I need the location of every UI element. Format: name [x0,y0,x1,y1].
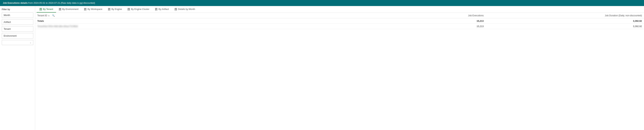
svg-rect-6 [41,10,42,10]
tab-by-engine[interactable]: By Engine [105,6,125,13]
svg-rect-41 [156,10,157,10]
svg-rect-45 [175,9,176,10]
sidebar: Filter by Month Artifact Tenant Environm… [0,6,35,130]
header-subtitle: (Raw daily data is not discounted) [61,2,95,4]
row-job-executions: 15,213 [476,25,484,28]
tab-by-artifact-label: By Artifact [158,8,169,11]
svg-rect-43 [175,9,176,9]
table-icon-by-engine [108,8,110,11]
table-icon-by-artifact [155,8,158,11]
svg-rect-32 [129,9,130,10]
svg-rect-38 [155,9,156,10]
table-row: Tenant/fact-001b-4fa8-afbe-d/bau/7313fbd… [35,24,644,29]
svg-rect-34 [129,10,130,10]
svg-rect-1 [40,9,40,9]
data-table: Tenant ID ▲ 🔍 Job Executions Job Duratio… [35,13,644,29]
svg-rect-44 [176,9,177,9]
totals-row: Totals 15,213 3,392.92 [35,18,644,24]
row-job-executions-cell: 15,213 [327,24,486,29]
svg-rect-2 [41,9,42,9]
tabs-bar: By Tenant By Environment [35,6,644,13]
col-header-job-duration: Job Duration (Daily, non-discounted) [486,13,644,18]
tab-details-by-month[interactable]: Details by Month [172,6,198,13]
totals-label: Totals [37,20,44,22]
svg-rect-29 [128,9,128,9]
col-header-tenant-id[interactable]: Tenant ID ▲ 🔍 [35,13,327,18]
row-tenant-id-cell: Tenant/fact-001b-4fa8-afbe-d/bau/7313fbd… [35,24,327,29]
svg-rect-3 [40,9,40,10]
svg-rect-13 [60,10,61,10]
svg-rect-40 [155,10,156,10]
svg-rect-46 [176,9,177,10]
totals-job-executions-cell: 15,213 [327,18,486,24]
svg-rect-35 [155,8,157,9]
table-header-row: Tenant ID ▲ 🔍 Job Executions Job Duratio… [35,13,644,18]
table-icon-by-environment [59,8,61,11]
row-job-duration-cell: 3,392.92 [486,24,644,29]
table-icon-by-workspace [84,8,86,11]
svg-rect-15 [84,9,85,9]
totals-job-duration-cell: 3,392.92 [486,18,644,24]
table-icon-details-by-month [174,8,177,11]
svg-rect-37 [156,9,157,9]
col-tenant-id-label: Tenant ID [37,14,47,17]
svg-rect-18 [86,9,86,10]
col-job-duration-label: Job Duration (Daily, non-discounted) [605,14,642,17]
svg-rect-0 [40,8,42,9]
blurred-tenant-id: Tenant/fact-001b-4fa8-afbe-d/bau/7313fbd… [37,25,78,28]
svg-rect-42 [175,8,177,9]
totals-job-duration: 3,392.92 [633,20,642,22]
header-bar: Job Executions details from 2024-05-01 t… [0,0,644,6]
svg-rect-30 [129,9,130,9]
tab-by-environment[interactable]: By Environment [56,6,81,13]
header-title-bold: Job Executions details [3,2,28,4]
header-title-rest: from 2024-05-01 to 2024-07-21. [28,2,61,4]
svg-rect-21 [108,8,110,9]
svg-rect-14 [84,8,86,9]
svg-rect-31 [128,9,128,10]
chevron-down-icon: ⌄ [30,41,31,44]
tab-by-tenant[interactable]: By Tenant [37,6,56,13]
svg-rect-22 [108,9,109,9]
filter-environment[interactable]: Environment [2,33,33,39]
tab-by-engine-label: By Engine [112,8,122,11]
filter-dropdown[interactable]: ⌄ [2,40,33,45]
svg-rect-26 [108,10,109,10]
svg-rect-8 [59,9,60,9]
filter-artifact[interactable]: Artifact [2,19,33,25]
svg-rect-39 [156,9,157,10]
totals-label-cell: Totals [35,18,327,24]
search-icon[interactable]: 🔍 [52,14,55,17]
tab-by-workspace-label: By Workspace [88,8,102,11]
svg-rect-4 [41,9,42,10]
svg-rect-19 [84,10,85,10]
svg-rect-36 [155,9,156,9]
tab-by-engine-cluster-label: By Engine Cluster [131,8,149,11]
svg-rect-5 [40,10,40,10]
svg-rect-23 [109,9,110,9]
tab-by-engine-cluster[interactable]: By Engine Cluster [125,6,152,13]
filter-month[interactable]: Month [2,12,33,18]
svg-rect-10 [59,9,60,10]
svg-rect-28 [128,8,130,9]
filter-by-label: Filter by [2,8,33,11]
totals-job-executions: 15,213 [476,20,484,22]
header-subtitle-italic: not [80,2,82,4]
svg-rect-9 [60,9,61,9]
tab-by-environment-label: By Environment [62,8,78,11]
svg-rect-33 [128,10,128,10]
tab-by-workspace[interactable]: By Workspace [81,6,105,13]
svg-rect-47 [175,10,176,10]
svg-rect-16 [86,9,86,9]
svg-rect-27 [109,10,110,10]
filter-tenant[interactable]: Tenant [2,26,33,32]
table-area: Tenant ID ▲ 🔍 Job Executions Job Duratio… [35,13,644,130]
content-area: By Tenant By Environment [35,6,644,130]
svg-rect-20 [86,10,86,10]
sort-icon[interactable]: ▲ [48,15,50,17]
row-job-duration: 3,392.92 [633,25,642,28]
col-job-executions-label: Job Executions [468,14,484,17]
svg-rect-24 [108,9,109,10]
svg-rect-12 [59,10,60,10]
tab-by-artifact[interactable]: By Artifact [152,6,172,13]
